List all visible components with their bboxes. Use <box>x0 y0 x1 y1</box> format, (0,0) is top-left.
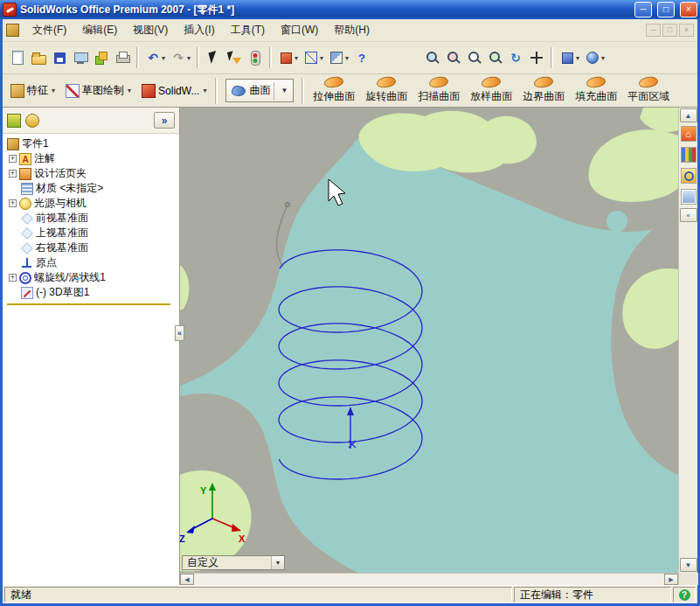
close-button[interactable]: × <box>680 2 697 17</box>
tree-item-material[interactable]: 材质 <未指定> <box>3 181 179 196</box>
tree-item-label: 前视基准面 <box>36 211 88 226</box>
commandmanager-tab-features[interactable]: 特征▾ <box>5 78 60 104</box>
open-document-button[interactable] <box>29 46 48 69</box>
filled-surface-button[interactable]: 填充曲面 <box>570 76 622 106</box>
child-minimize-button[interactable]: ─ <box>646 24 661 37</box>
taskpane-tab-view-palette[interactable] <box>681 189 697 205</box>
pan-button[interactable] <box>527 46 546 69</box>
expand-toggle[interactable]: + <box>9 170 17 178</box>
scroll-down-button[interactable]: ▼ <box>680 558 697 572</box>
tree-root[interactable]: 零件1 <box>3 136 179 151</box>
combo-dropdown-button[interactable]: ▼ <box>271 556 284 569</box>
boundary-surface-button[interactable]: 边界曲面 <box>517 76 570 106</box>
minimize-button[interactable]: ─ <box>634 2 652 17</box>
rebuild-button[interactable] <box>246 46 265 69</box>
scroll-right-button[interactable]: ▶ <box>664 574 678 585</box>
tree-item-annotations[interactable]: +A注解 <box>3 151 179 166</box>
help-button[interactable]: ? <box>352 46 371 69</box>
dropdown-caret-icon[interactable]: ▼ <box>278 87 290 94</box>
expand-toggle[interactable]: + <box>9 155 17 163</box>
viewport-canvas[interactable]: Y X Z <box>180 108 678 573</box>
commandmanager-tab-office[interactable]: SolidW...▾ <box>136 78 211 104</box>
panel-expand-button[interactable]: » <box>154 112 175 129</box>
tree-item-origin[interactable]: 原点 <box>3 255 179 270</box>
revolved-surface-button[interactable]: 旋转曲面 <box>360 76 412 106</box>
dropdown-caret-icon[interactable]: ▾ <box>320 54 323 62</box>
child-restore-button[interactable]: □ <box>662 24 677 37</box>
menu-item-file[interactable]: 文件(F) <box>24 20 74 40</box>
standard-views-button[interactable]: ▾ <box>558 46 581 69</box>
dropdown-caret-icon[interactable]: ▾ <box>601 54 605 62</box>
view-orientation-button[interactable]: ▾ <box>276 46 300 69</box>
selection-filter-button[interactable] <box>225 46 244 69</box>
new-document-button[interactable] <box>8 46 27 69</box>
menu-item-help[interactable]: 帮助(H) <box>326 20 378 40</box>
dropdown-caret-icon[interactable]: ▾ <box>295 54 298 62</box>
button-label: 平面区域 <box>627 89 669 104</box>
title-bar[interactable]: SolidWorks Office Premium 2007 - [零件1 *]… <box>0 0 700 19</box>
commandmanager-tab-sketch[interactable]: 草图绘制▾ <box>60 78 136 104</box>
swept-surface-button[interactable]: 扫描曲面 <box>412 76 465 106</box>
lofted-surface-button[interactable]: 放样曲面 <box>465 76 517 106</box>
dropdown-caret-icon[interactable]: ▾ <box>345 54 349 62</box>
scroll-up-button[interactable]: ▲ <box>680 108 697 122</box>
tree-item-right-plane[interactable]: 右视基准面 <box>3 240 179 255</box>
taskpane-tab-design-library[interactable] <box>681 147 697 163</box>
menu-item-edit[interactable]: 编辑(E) <box>74 20 125 40</box>
menu-item-view[interactable]: 视图(V) <box>125 20 176 40</box>
zoom-in-out-button[interactable] <box>464 46 483 69</box>
tree-item-helix-spiral1[interactable]: +螺旋线/涡状线1 <box>3 270 179 285</box>
taskpane-tab-solidworks-resources[interactable]: ⌂ <box>681 126 697 142</box>
menu-item-insert[interactable]: 插入(I) <box>176 20 222 40</box>
section-view-button[interactable]: ▾ <box>327 46 350 69</box>
quick-tips-icon[interactable]: ? <box>679 589 690 601</box>
tree-item-front-plane[interactable]: 前视基准面 <box>3 211 179 226</box>
dropdown-caret-icon[interactable]: ▾ <box>162 54 165 62</box>
zoom-to-fit-button[interactable] <box>422 46 441 69</box>
make-drawing-from-part-button[interactable] <box>71 46 90 69</box>
menu-item-tools[interactable]: 工具(T) <box>223 20 273 40</box>
select-button[interactable] <box>204 46 223 69</box>
tree-item-3dsketch1[interactable]: (-) 3D草图1 <box>3 285 179 300</box>
view-orientation-combo[interactable]: 自定义 ▼ <box>182 555 285 570</box>
make-assembly-from-part-button[interactable] <box>92 46 111 69</box>
pan-icon <box>529 50 544 66</box>
taskpane-tab-file-explorer[interactable] <box>681 168 697 184</box>
menu-item-window[interactable]: 窗口(W) <box>273 20 326 40</box>
scroll-left-button[interactable]: ◀ <box>180 574 194 585</box>
plane-icon <box>21 227 32 239</box>
menu-items: 文件(F)编辑(E)视图(V)插入(I)工具(T)窗口(W)帮助(H) <box>24 20 378 40</box>
zoom-to-selection-button[interactable] <box>485 46 504 69</box>
undo-button[interactable]: ↶▾ <box>143 46 167 69</box>
tree-item-label: 上视基准面 <box>36 226 88 240</box>
expand-toggle[interactable]: + <box>9 199 17 207</box>
dropdown-caret-icon[interactable]: ▾ <box>187 54 191 62</box>
task-pane-collapse-button[interactable]: « <box>680 208 697 222</box>
rotate-view-button[interactable]: ↻ <box>506 46 525 69</box>
child-close-button[interactable]: × <box>679 24 694 37</box>
display-style-button[interactable]: ▾ <box>301 46 325 69</box>
expand-toggle[interactable]: + <box>9 274 17 282</box>
zoom-to-area-button[interactable] <box>443 46 462 69</box>
tree-item-top-plane[interactable]: 上视基准面 <box>3 226 179 240</box>
dropdown-caret-icon[interactable]: ▾ <box>576 54 579 62</box>
lights-icon <box>19 198 31 210</box>
propertymanager-tab-icon[interactable] <box>25 114 39 128</box>
viewport[interactable]: Y X Z 自定义 ▼ <box>180 108 678 573</box>
panel-splitter-chevron[interactable]: « <box>175 325 184 341</box>
tree-item-lights-cameras[interactable]: +光源与相机 <box>3 196 179 211</box>
toolbar-group-selector[interactable]: 曲面 ▼ <box>225 79 294 102</box>
featuremanager-tree-tab-icon[interactable] <box>7 114 21 128</box>
save-button[interactable] <box>50 46 69 69</box>
tree-root-label: 零件1 <box>22 136 49 151</box>
tree-item-design-binder[interactable]: +设计活页夹 <box>3 166 179 181</box>
appearance-button[interactable]: ▾ <box>583 46 606 69</box>
redo-button[interactable]: ↷▾ <box>169 46 192 69</box>
horizontal-scrollbar[interactable]: ◀ ▶ <box>180 573 678 585</box>
extruded-surface-button[interactable]: 拉伸曲面 <box>308 76 360 106</box>
horizontal-scrollbar-track[interactable] <box>194 574 664 585</box>
maximize-button[interactable]: □ <box>657 2 675 17</box>
rollback-bar[interactable] <box>7 303 170 305</box>
print-button[interactable] <box>113 46 132 69</box>
planar-surface-button[interactable]: 平面区域 <box>622 76 675 106</box>
